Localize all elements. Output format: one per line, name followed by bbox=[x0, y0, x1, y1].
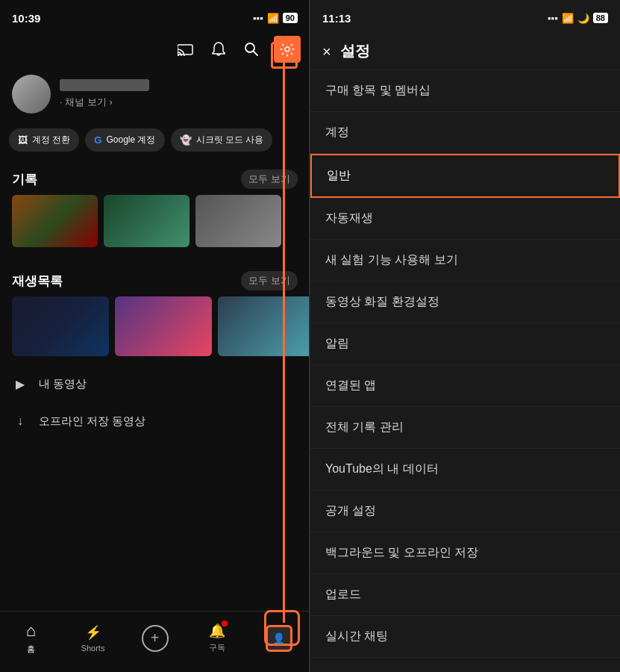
left-status-icons: ▪▪▪ 📶 90 bbox=[253, 13, 298, 24]
history-thumbnails bbox=[0, 195, 310, 247]
add-icon: + bbox=[142, 625, 169, 652]
account-switch-label: 계정 전환 bbox=[32, 134, 70, 146]
close-button[interactable]: × bbox=[322, 44, 331, 59]
nav-add[interactable]: + bbox=[124, 625, 186, 652]
right-signal-icon: ▪▪▪ bbox=[548, 13, 558, 24]
history-thumb-2[interactable] bbox=[104, 195, 190, 247]
settings-item-quality[interactable]: 동영상 화질 환경설정 bbox=[310, 281, 620, 323]
google-account-button[interactable]: G Google 계정 bbox=[85, 128, 164, 152]
panel-divider bbox=[309, 0, 310, 672]
shorts-label: Shorts bbox=[81, 644, 105, 653]
settings-item-yt-data[interactable]: YouTube의 내 데이터 bbox=[310, 449, 620, 491]
nav-home[interactable]: ⌂ 홈 bbox=[0, 621, 62, 655]
subscribe-label: 구독 bbox=[209, 642, 225, 653]
playlist-thumbnails bbox=[0, 296, 310, 356]
left-panel: 10:39 ▪▪▪ 📶 90 bbox=[0, 0, 310, 672]
history-thumb-1[interactable] bbox=[12, 195, 98, 247]
right-panel: 11:13 ▪▪▪ 📶 🌙 88 × 설정 구매 항목 및 멤버십 계정 일반 … bbox=[310, 0, 620, 672]
settings-header: × 설정 bbox=[310, 33, 620, 70]
battery-left: 90 bbox=[283, 13, 298, 23]
home-label: 홈 bbox=[27, 644, 35, 655]
account-switch-button[interactable]: 🖼 계정 전환 bbox=[9, 128, 79, 152]
history-title: 기록 bbox=[12, 171, 37, 188]
connector-bottom-highlight bbox=[264, 610, 300, 646]
right-moon-icon: 🌙 bbox=[577, 13, 589, 24]
settings-item-info[interactable]: 정보 bbox=[310, 658, 620, 672]
bell-button[interactable] bbox=[208, 39, 229, 60]
settings-item-live-chat[interactable]: 실시간 채팅 bbox=[310, 616, 620, 658]
my-videos-item[interactable]: ▶ 내 동영상 bbox=[0, 365, 310, 402]
right-wifi-icon: 📶 bbox=[562, 13, 574, 24]
settings-item-notifications[interactable]: 알림 bbox=[310, 323, 620, 365]
settings-item-background[interactable]: 백그라운드 및 오프라인 저장 bbox=[310, 532, 620, 574]
profile-name-blur bbox=[60, 79, 149, 91]
account-switch-icon: 🖼 bbox=[18, 134, 28, 146]
settings-item-general[interactable]: 일반 bbox=[310, 154, 620, 198]
settings-item-account[interactable]: 계정 bbox=[310, 112, 620, 154]
incognito-label: 시크릿 모드 사용 bbox=[196, 134, 264, 146]
status-bar-left: 10:39 ▪▪▪ 📶 90 bbox=[0, 0, 310, 33]
settings-item-privacy[interactable]: 공개 설정 bbox=[310, 491, 620, 532]
shorts-icon: ⚡ bbox=[85, 624, 101, 641]
settings-item-history-manage[interactable]: 전체 기록 관리 bbox=[310, 407, 620, 449]
google-icon: G bbox=[94, 134, 101, 146]
history-section-header: 기록 모두 보기 bbox=[0, 158, 310, 195]
status-bar-right: 11:13 ▪▪▪ 📶 🌙 88 bbox=[310, 0, 620, 33]
avatar[interactable] bbox=[12, 75, 51, 113]
settings-item-connected-apps[interactable]: 연결된 앱 bbox=[310, 365, 620, 407]
history-thumb-3[interactable] bbox=[195, 195, 281, 247]
connector-line bbox=[283, 55, 285, 623]
history-more-button[interactable]: 모두 보기 bbox=[241, 169, 298, 189]
search-button[interactable] bbox=[241, 39, 262, 60]
channel-link[interactable]: · 채널 보기 › bbox=[60, 96, 298, 109]
google-account-label: Google 계정 bbox=[106, 134, 155, 146]
offline-videos-item[interactable]: ↓ 오프라인 저장 동영상 bbox=[0, 402, 310, 440]
my-videos-label: 내 동영상 bbox=[39, 377, 87, 391]
playlist-thumb-3[interactable] bbox=[218, 296, 310, 356]
incognito-button[interactable]: 👻 시크릿 모드 사용 bbox=[171, 128, 273, 152]
offline-icon: ↓ bbox=[12, 413, 28, 429]
right-status-time: 11:13 bbox=[322, 12, 351, 25]
playlist-more-button[interactable]: 모두 보기 bbox=[241, 271, 298, 290]
my-videos-icon: ▶ bbox=[12, 376, 28, 392]
toolbar bbox=[0, 33, 310, 66]
account-buttons: 🖼 계정 전환 G Google 계정 👻 시크릿 모드 사용 bbox=[0, 122, 310, 158]
playlist-thumb-2[interactable] bbox=[115, 296, 212, 356]
settings-item-autoplay[interactable]: 자동재생 bbox=[310, 198, 620, 240]
wifi-icon: 📶 bbox=[267, 13, 279, 24]
settings-item-purchase[interactable]: 구매 항목 및 멤버십 bbox=[310, 70, 620, 112]
bottom-nav: ⌂ 홈 ⚡ Shorts + 🔔 구독 👤 bbox=[0, 611, 310, 672]
right-battery: 88 bbox=[593, 13, 608, 23]
subscribe-icon: 🔔 bbox=[209, 623, 225, 639]
profile-section: · 채널 보기 › bbox=[0, 66, 310, 122]
cast-button[interactable] bbox=[175, 39, 196, 60]
playlist-section-header: 재생목록 모두 보기 bbox=[0, 259, 310, 296]
playlist-title: 재생목록 bbox=[12, 273, 63, 290]
nav-subscribe[interactable]: 🔔 구독 bbox=[186, 623, 248, 653]
home-icon: ⌂ bbox=[26, 621, 36, 641]
playlist-thumb-1[interactable] bbox=[12, 296, 109, 356]
subscribe-badge bbox=[222, 620, 228, 626]
nav-shorts[interactable]: ⚡ Shorts bbox=[62, 624, 124, 653]
profile-info: · 채널 보기 › bbox=[60, 79, 298, 109]
settings-item-experiments[interactable]: 새 실험 기능 사용해 보기 bbox=[310, 240, 620, 281]
right-status-icons: ▪▪▪ 📶 🌙 88 bbox=[548, 13, 608, 24]
signal-icon: ▪▪▪ bbox=[253, 13, 263, 24]
settings-title: 설정 bbox=[340, 41, 370, 61]
left-status-time: 10:39 bbox=[12, 12, 40, 25]
incognito-icon: 👻 bbox=[180, 134, 192, 146]
offline-label: 오프라인 저장 동영상 bbox=[39, 414, 145, 429]
settings-item-upload[interactable]: 업로드 bbox=[310, 574, 620, 616]
